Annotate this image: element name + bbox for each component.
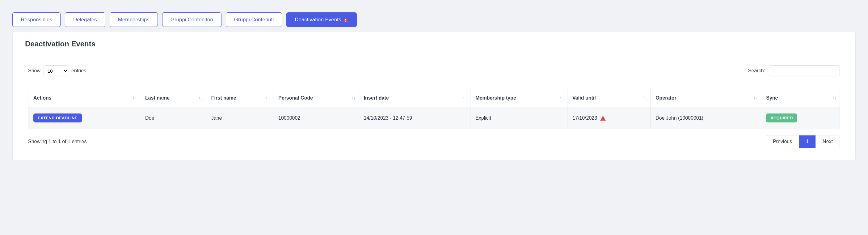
tab-gruppi-contenitori[interactable]: Gruppi Contenitori [162, 12, 221, 27]
cell-membership-type: Explicit [470, 107, 567, 129]
tabs-bar: ResponsiblesDelegatesMembershipsGruppi C… [12, 12, 856, 27]
svg-rect-0 [345, 19, 346, 21]
svg-rect-2 [603, 117, 603, 119]
deactivation-events-panel: Deactivation Events Show 10 entries Sear… [12, 32, 856, 161]
sort-arrows-icon: ↑↓ [643, 96, 647, 100]
search-label: Search: [748, 68, 765, 74]
tab-responsibles[interactable]: Responsibles [12, 12, 61, 27]
show-label-after: entries [71, 68, 86, 74]
cell-valid-until: 17/10/2023 [567, 107, 651, 129]
column-label: Sync [766, 95, 778, 100]
column-header-membership-type[interactable]: Membership type↑↓ [470, 89, 567, 107]
previous-page-button[interactable]: Previous [766, 136, 799, 148]
extend-deadline-button[interactable]: EXTEND DEADLINE [33, 114, 82, 122]
column-label: Valid until [572, 95, 596, 100]
sort-arrows-icon: ↑↓ [832, 96, 836, 100]
column-header-operator[interactable]: Operator↑↓ [651, 89, 761, 107]
column-header-insert-date[interactable]: Insert date↑↓ [359, 89, 470, 107]
tab-label: Gruppi Contenitori [170, 17, 213, 22]
column-header-sync[interactable]: Sync↑↓ [761, 89, 840, 107]
column-label: Personal Code [278, 95, 313, 100]
column-header-last-name[interactable]: Last name↑↓ [140, 89, 206, 107]
sort-arrows-icon: ↑↓ [463, 96, 467, 100]
tab-gruppi-contenuti[interactable]: Gruppi Contenuti [226, 12, 282, 27]
cell-personal-code: 10000002 [273, 107, 359, 129]
showing-text: Showing 1 to 1 of 1 entries [28, 139, 87, 144]
page-size-select[interactable]: 10 [43, 65, 68, 77]
table-row: EXTEND DEADLINEDoeJane1000000214/10/2023… [28, 107, 840, 129]
sync-badge: ACQUIRED [766, 114, 797, 122]
entries-control: Show 10 entries [28, 65, 86, 77]
svg-rect-1 [345, 21, 346, 21]
sort-arrows-icon: ↑↓ [753, 96, 758, 100]
warning-icon [600, 116, 606, 121]
column-label: Membership type [475, 95, 516, 100]
tab-deactivation-events[interactable]: Deactivation Events [286, 12, 357, 27]
pagination: Previous1Next [766, 135, 840, 148]
cell-actions: EXTEND DEADLINE [28, 107, 140, 129]
column-header-actions[interactable]: Actions↑↓ [28, 89, 140, 107]
search-control: Search: [748, 65, 840, 77]
search-input[interactable] [769, 65, 840, 77]
cell-operator: Doe John (10000001) [651, 107, 761, 129]
column-label: Actions [33, 95, 52, 100]
warning-icon [343, 17, 348, 22]
cell-first-name: Jane [206, 107, 273, 129]
cell-sync: ACQUIRED [761, 107, 840, 129]
tab-label: Delegates [73, 17, 97, 22]
column-label: Last name [145, 95, 169, 100]
events-table: Actions↑↓Last name↑↓First name↑↓Personal… [28, 89, 840, 129]
next-page-button[interactable]: Next [816, 136, 840, 148]
svg-rect-3 [603, 119, 603, 120]
column-header-first-name[interactable]: First name↑↓ [206, 89, 273, 107]
tab-label: Deactivation Events [295, 17, 341, 22]
column-header-personal-code[interactable]: Personal Code↑↓ [273, 89, 359, 107]
sort-arrows-icon: ↑↓ [198, 96, 203, 100]
sort-arrows-icon: ↑↓ [560, 96, 564, 100]
sort-arrows-icon: ↑↓ [266, 96, 270, 100]
sort-arrows-icon: ↑↓ [351, 96, 355, 100]
sort-arrows-icon: ↑↓ [132, 96, 137, 100]
valid-until-text: 17/10/2023 [572, 115, 597, 121]
tab-delegates[interactable]: Delegates [65, 12, 105, 27]
cell-insert-date: 14/10/2023 - 12:47:59 [359, 107, 470, 129]
column-label: Operator [655, 95, 677, 100]
tab-label: Responsibles [21, 17, 52, 22]
tab-label: Memberships [118, 17, 150, 22]
tab-label: Gruppi Contenuti [234, 17, 274, 22]
tab-memberships[interactable]: Memberships [110, 12, 158, 27]
show-label-before: Show [28, 68, 40, 74]
column-label: First name [211, 95, 236, 100]
cell-last-name: Doe [140, 107, 206, 129]
column-header-valid-until[interactable]: Valid until↑↓ [567, 89, 651, 107]
panel-title: Deactivation Events [13, 32, 855, 56]
page-number-button[interactable]: 1 [799, 136, 816, 148]
column-label: Insert date [364, 95, 389, 100]
